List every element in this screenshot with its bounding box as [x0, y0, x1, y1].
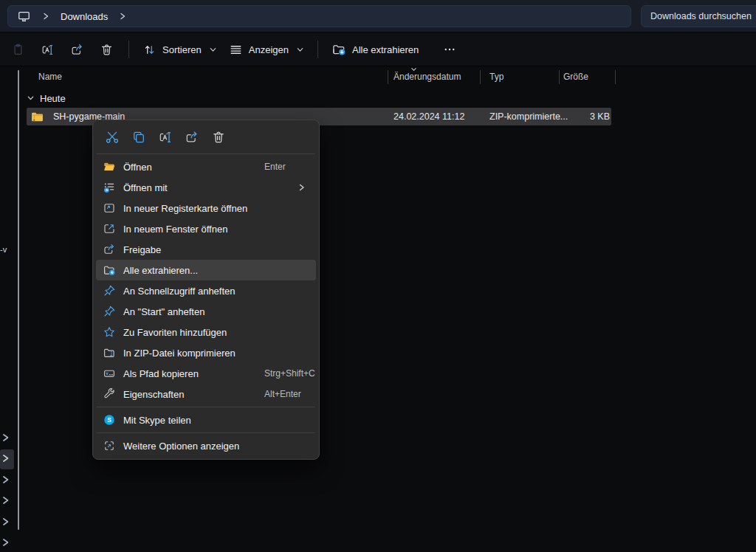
- menu-item-open-new-window[interactable]: In neuem Fenster öffnen: [96, 218, 316, 239]
- menu-item-label: In ZIP-Datei komprimieren: [123, 348, 236, 359]
- menu-item-show-more-options[interactable]: Weitere Optionen anzeigen: [96, 435, 316, 456]
- column-separator[interactable]: [388, 70, 388, 84]
- group-collapse-chevron-icon: [27, 94, 35, 102]
- paste-button[interactable]: [3, 36, 32, 63]
- tree-expand-chevron-icon[interactable]: [1, 475, 13, 488]
- share-button[interactable]: [62, 36, 92, 63]
- menu-item-label: Als Pfad kopieren: [123, 368, 199, 379]
- column-header-modified[interactable]: Änderungsdatum: [394, 72, 461, 82]
- column-separator[interactable]: [615, 70, 616, 84]
- menu-item-share[interactable]: Freigabe: [96, 239, 316, 260]
- menu-item-open[interactable]: Öffnen Enter: [96, 156, 316, 177]
- menu-item-label: Freigabe: [123, 244, 161, 255]
- menu-item-properties[interactable]: Eigenschaften Alt+Enter: [96, 384, 316, 404]
- tree-expand-chevron-icon[interactable]: [1, 453, 13, 466]
- file-size: 3 KB: [536, 111, 610, 122]
- more-options-icon: [443, 43, 456, 56]
- copy-button[interactable]: [131, 130, 146, 145]
- menu-item-label: Mit Skype teilen: [123, 415, 191, 426]
- menu-item-label: Alle extrahieren...: [123, 265, 198, 276]
- menu-item-shortcut: Enter: [264, 162, 286, 172]
- menu-item-pin-start[interactable]: An "Start" anheften: [96, 301, 316, 322]
- star-icon: [103, 325, 116, 339]
- extract-all-icon: [103, 263, 116, 277]
- command-toolbar: Sortieren Anzeigen: [0, 33, 756, 66]
- pin-icon: [103, 284, 116, 297]
- rename-button[interactable]: [32, 36, 62, 63]
- new-tab-icon: [103, 201, 116, 215]
- cut-button[interactable]: [105, 130, 120, 145]
- navigation-pane: -v: [0, 66, 19, 552]
- tree-expand-chevron-icon[interactable]: [1, 537, 13, 551]
- menu-divider: [97, 432, 315, 433]
- extract-all-button[interactable]: Alle extrahieren: [326, 36, 425, 63]
- address-bar[interactable]: Downloads: [7, 5, 631, 27]
- menu-item-share-skype[interactable]: S Mit Skype teilen: [96, 410, 316, 430]
- submenu-chevron-icon: [298, 183, 306, 192]
- pin-icon: [103, 305, 116, 318]
- menu-item-label: An Schnellzugriff anheften: [123, 286, 236, 297]
- title-bar: Downloads: [0, 0, 756, 32]
- zip-compress-icon: [103, 346, 116, 359]
- delete-button[interactable]: [211, 130, 226, 145]
- menu-item-copy-as-path[interactable]: Als Pfad kopieren Strg+Shift+C: [96, 363, 316, 384]
- toolbar-separator: [317, 41, 318, 58]
- share-button[interactable]: [185, 130, 199, 145]
- quick-actions-row: [96, 123, 316, 151]
- breadcrumb-chevron-icon: [42, 12, 49, 21]
- copy-path-icon: [103, 367, 116, 380]
- menu-item-label: In neuem Fenster öffnen: [123, 224, 227, 235]
- menu-item-add-favorites[interactable]: Zu Favoriten hinzufügen: [96, 322, 316, 342]
- file-modified-date: 24.02.2024 11:12: [394, 111, 464, 122]
- file-explorer-window: Downloads: [0, 0, 756, 552]
- menu-item-open-with[interactable]: Öffnen mit: [96, 177, 316, 198]
- paste-icon: [11, 43, 25, 57]
- new-window-icon: [103, 222, 116, 235]
- context-menu: Öffnen Enter Öffnen mit: [92, 120, 320, 460]
- menu-item-label: Eigenschaften: [123, 389, 184, 400]
- column-header-name[interactable]: Name: [38, 72, 62, 82]
- view-dropdown-button[interactable]: Anzeigen: [223, 36, 310, 63]
- zip-folder-icon: [31, 111, 44, 123]
- menu-item-label: Zu Favoriten hinzufügen: [123, 327, 227, 338]
- menu-item-label: In neuer Registerkarte öffnen: [123, 203, 247, 214]
- search-box[interactable]: [641, 5, 756, 27]
- extract-all-icon: [331, 42, 346, 57]
- svg-text:S: S: [107, 417, 111, 424]
- skype-icon: S: [103, 413, 116, 427]
- computer-icon[interactable]: [17, 10, 31, 24]
- share-icon: [70, 43, 84, 57]
- breadcrumb-item-downloads[interactable]: Downloads: [61, 11, 108, 22]
- menu-item-extract-all[interactable]: Alle extrahieren...: [96, 260, 316, 280]
- chevron-down-icon: [209, 46, 217, 54]
- column-header-size[interactable]: Größe: [563, 72, 588, 82]
- tree-expand-chevron-icon[interactable]: [1, 432, 13, 446]
- column-header-type[interactable]: Typ: [489, 72, 504, 82]
- show-more-icon: [103, 439, 116, 452]
- group-header-today[interactable]: Heute: [27, 90, 66, 106]
- menu-item-label: An "Start" anheften: [123, 306, 205, 317]
- sort-dropdown-button[interactable]: Sortieren: [137, 36, 223, 63]
- group-header-label: Heute: [40, 93, 66, 104]
- search-input[interactable]: [650, 11, 756, 21]
- view-icon: [229, 43, 243, 57]
- menu-divider: [97, 153, 315, 154]
- menu-divider: [97, 407, 315, 407]
- tree-expand-chevron-icon[interactable]: [1, 517, 13, 530]
- menu-item-label: Weitere Optionen anzeigen: [123, 441, 239, 452]
- menu-item-pin-quick-access[interactable]: An Schnellzugriff anheften: [96, 280, 316, 301]
- toolbar-separator: [128, 41, 129, 58]
- column-separator[interactable]: [559, 70, 560, 84]
- sort-dropdown-label: Sortieren: [162, 44, 202, 55]
- menu-item-open-new-tab[interactable]: In neuer Registerkarte öffnen: [96, 198, 316, 218]
- column-separator[interactable]: [480, 70, 481, 84]
- tree-expand-chevron-icon[interactable]: [1, 495, 13, 508]
- menu-item-label: Öffnen mit: [123, 182, 168, 193]
- more-options-button[interactable]: [435, 36, 464, 63]
- rename-icon: [41, 43, 55, 57]
- column-header-row: Name Änderungsdatum Typ Größe: [19, 69, 756, 86]
- menu-item-compress-zip[interactable]: In ZIP-Datei komprimieren: [96, 342, 316, 363]
- rename-button[interactable]: [158, 130, 173, 145]
- breadcrumb-chevron-icon[interactable]: [119, 12, 126, 21]
- delete-button[interactable]: [92, 36, 121, 63]
